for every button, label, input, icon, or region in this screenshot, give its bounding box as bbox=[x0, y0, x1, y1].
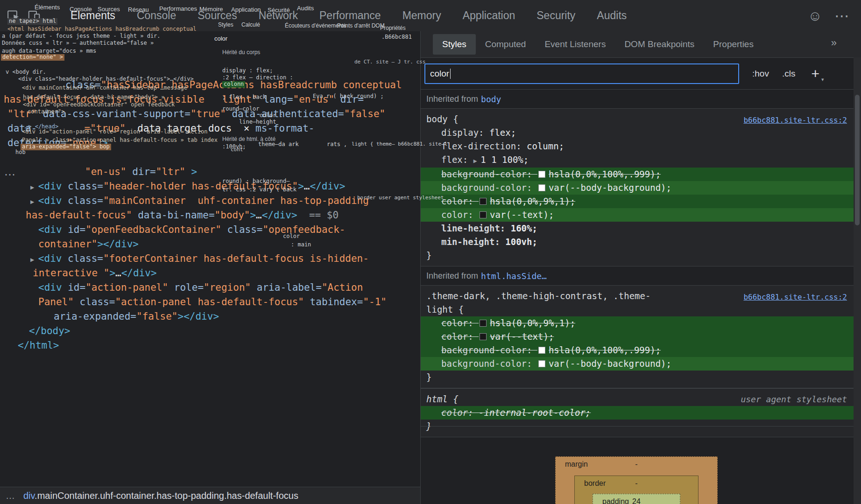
tab-overflow-chevron-icon[interactable]: » bbox=[831, 37, 837, 49]
inspect-element-icon[interactable] bbox=[7, 9, 21, 23]
dom-node-line[interactable]: ▶ <div class="footerContainer has-defaul… bbox=[0, 252, 420, 266]
tab-memory[interactable]: Memory bbox=[392, 0, 452, 31]
dom-node-line[interactable]: ▶ <div class="header-holder has-default-… bbox=[0, 179, 420, 194]
tab-network[interactable]: Network bbox=[248, 0, 309, 31]
dom-node-line[interactable]: container"></div> bbox=[0, 237, 420, 252]
declaration-text: min-height: 100vh; bbox=[441, 237, 537, 247]
dom-node-line[interactable]: <div id="action-panel" role="region" ari… bbox=[0, 280, 420, 295]
css-declaration[interactable]: background-color: hsla(0,0%,100%,.999); bbox=[421, 343, 854, 357]
styles-filter-row: color :hov .cls + ▾ bbox=[421, 58, 861, 90]
tab-elements[interactable]: Elements bbox=[60, 0, 126, 31]
css-declaration[interactable]: color: hsla(0,0%,9%,1); bbox=[421, 316, 854, 330]
dom-node-line[interactable]: </html> bbox=[0, 338, 420, 353]
css-declaration[interactable]: background-color: var(--body-background)… bbox=[421, 357, 854, 371]
stylesheet-link[interactable]: b66bc881.site-ltr.css:2 bbox=[743, 290, 847, 304]
sidebar-tab-styles[interactable]: Styles bbox=[433, 34, 476, 55]
css-declaration[interactable]: flex-direction: column; bbox=[421, 140, 854, 153]
declaration-text: color: hsla(0,0%,9%,1); bbox=[441, 196, 575, 206]
property-name: min-height: bbox=[441, 237, 505, 247]
feedback-icon[interactable]: ☺ bbox=[808, 9, 822, 23]
color-swatch[interactable] bbox=[480, 198, 487, 205]
dom-node-line[interactable]: aria-expanded="false"></div> bbox=[0, 309, 420, 324]
margin-top-value[interactable]: - bbox=[635, 460, 637, 469]
breadcrumb-selected-node[interactable]: div.mainContainer.uhf-container.has-top-… bbox=[23, 490, 298, 501]
device-toolbar-icon[interactable] bbox=[27, 9, 41, 23]
box-model-divider bbox=[421, 426, 854, 427]
code-segment-val: "-1" bbox=[363, 296, 387, 308]
code-segment-tag: </body> bbox=[29, 325, 71, 336]
sidebar-tab-dom-breakpoints[interactable]: DOM Breakpoints bbox=[615, 34, 704, 55]
element-classes-button[interactable]: .cls bbox=[782, 69, 796, 79]
css-declaration[interactable]: min-height: 100vh; bbox=[421, 235, 854, 249]
css-declaration[interactable]: color: -internal-root-color; bbox=[421, 406, 854, 420]
color-swatch[interactable] bbox=[538, 360, 545, 367]
css-declaration[interactable]: color: var(--text); bbox=[421, 330, 854, 343]
padding-top-value[interactable]: 24 bbox=[632, 497, 641, 504]
code-segment-val: "hasSidebar hasPageActions hasBreadcrumb… bbox=[101, 79, 402, 91]
style-filter-input[interactable]: color bbox=[424, 63, 739, 84]
dom-node-line[interactable]: class="hasSidebar hasPageActions hasBrea… bbox=[0, 78, 420, 92]
property-value: column; bbox=[527, 141, 564, 151]
more-menu-icon[interactable]: ⋯ bbox=[834, 8, 850, 23]
scrollbar-thumb[interactable] bbox=[855, 95, 860, 225]
dom-node-line[interactable]: </body> bbox=[0, 324, 420, 338]
property-name: background-color: bbox=[441, 182, 537, 193]
elements-panel: class="hasSidebar hasPageActions hasBrea… bbox=[0, 31, 421, 504]
color-swatch[interactable] bbox=[480, 320, 487, 327]
rule-selector[interactable]: .theme-dark, .theme-high-contrast, .them… bbox=[426, 291, 650, 315]
tab-audits[interactable]: Audits bbox=[586, 0, 637, 31]
color-swatch[interactable] bbox=[538, 171, 545, 178]
dom-node-line[interactable]: detection="none"> bbox=[0, 136, 420, 150]
dom-node-line[interactable]: "en-us" dir="ltr" > bbox=[0, 165, 420, 179]
box-model-margin[interactable]: margin - border - padding 24 bbox=[555, 456, 718, 504]
toggle-element-state-button[interactable]: :hov bbox=[752, 69, 769, 79]
code-segment-val: "action-panel" bbox=[85, 282, 168, 293]
code-segment-val: "header-holder has-default-focus" bbox=[103, 181, 298, 192]
border-top-value[interactable]: - bbox=[635, 479, 637, 488]
tab-security[interactable]: Security bbox=[526, 0, 586, 31]
code-segment-tag: <div bbox=[38, 181, 62, 192]
css-declaration[interactable]: flex: ▶ 1 1 100%; bbox=[421, 153, 854, 168]
tab-sources[interactable]: Sources bbox=[187, 0, 247, 31]
color-swatch[interactable] bbox=[480, 211, 487, 218]
tab-performance[interactable]: Performance bbox=[309, 0, 392, 31]
expand-shorthand-icon[interactable]: ▶ bbox=[473, 157, 481, 164]
styles-scrollbar[interactable] bbox=[854, 57, 861, 504]
color-swatch[interactable] bbox=[538, 184, 545, 191]
css-declaration[interactable]: color: hsla(0,0%,9%,1); bbox=[421, 195, 854, 208]
dom-node-line[interactable] bbox=[0, 150, 420, 165]
tab-application[interactable]: Application bbox=[452, 0, 526, 31]
dom-node-line[interactable]: has-default-focus js-focus-visible light… bbox=[0, 92, 420, 107]
box-model-border[interactable]: border - padding 24 bbox=[574, 476, 699, 504]
dom-node-line[interactable]: "ltr" data-css-variant-support="true" da… bbox=[0, 107, 420, 121]
dom-node-line[interactable]: has-default-focus" data-bi-name="body">…… bbox=[0, 208, 420, 223]
css-declaration[interactable]: background-color: var(--body-background)… bbox=[421, 181, 854, 195]
dom-node-line[interactable]: ▶ <div class="mainContainer uhf-containe… bbox=[0, 194, 420, 208]
inherited-element-link[interactable]: body bbox=[481, 94, 501, 104]
property-name: flex-direction: bbox=[441, 141, 527, 151]
css-declaration[interactable]: display: flex; bbox=[421, 126, 854, 140]
rule-selector[interactable]: html { bbox=[426, 394, 459, 404]
css-declaration[interactable]: background-color: hsla(0,0%,100%,.999); bbox=[421, 168, 854, 181]
dom-node-line[interactable]: interactive ">…</div> bbox=[0, 266, 420, 280]
sidebar-tab-computed[interactable]: Computed bbox=[476, 34, 536, 55]
inherited-element-link[interactable]: html.hasSide… bbox=[481, 271, 547, 281]
dom-node-line[interactable]: data- ="true" data target docs × ms-form… bbox=[0, 121, 420, 136]
box-model-padding[interactable]: padding 24 bbox=[593, 494, 680, 504]
code-segment-val: interactive " bbox=[33, 267, 109, 279]
color-swatch[interactable] bbox=[538, 347, 545, 354]
sidebar-tab-properties[interactable]: Properties bbox=[704, 34, 763, 55]
breadcrumb-overflow-icon[interactable]: … bbox=[6, 490, 15, 501]
dom-node-line[interactable]: Panel" class="action-panel has-default-f… bbox=[0, 295, 420, 309]
new-style-rule-button[interactable]: + bbox=[811, 67, 819, 81]
new-rule-dropdown-icon[interactable]: ▾ bbox=[821, 77, 824, 83]
stylesheet-link[interactable]: b66bc881.site-ltr.css:2 bbox=[743, 113, 847, 127]
dom-node-line[interactable]: <div id="openFeedbackContainer" class="o… bbox=[0, 223, 420, 237]
rule-selector[interactable]: body { bbox=[426, 114, 459, 124]
text-caret bbox=[450, 69, 451, 79]
tab-console[interactable]: Console bbox=[126, 0, 187, 31]
css-declaration[interactable]: line-height: 160%; bbox=[421, 222, 854, 235]
color-swatch[interactable] bbox=[480, 333, 487, 340]
sidebar-tab-event-listeners[interactable]: Event Listeners bbox=[535, 34, 615, 55]
css-declaration[interactable]: color: var(--text); bbox=[421, 208, 854, 222]
